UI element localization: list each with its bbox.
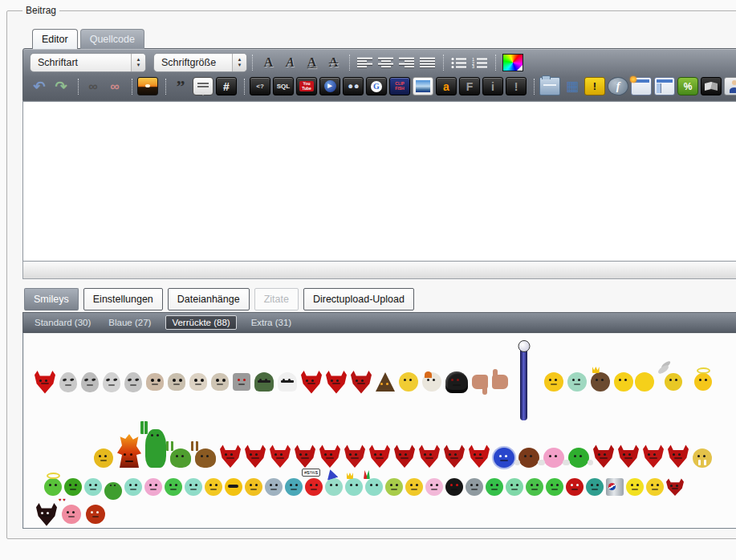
moose-smiley[interactable] — [591, 372, 610, 392]
sql-icon[interactable]: SQL — [273, 77, 294, 95]
skull-shades-smiley[interactable] — [211, 373, 229, 391]
skull-plain-smiley[interactable] — [189, 373, 207, 391]
teal-grin-2-smiley[interactable] — [124, 478, 142, 496]
teal-grin-smiley[interactable] — [84, 478, 102, 496]
alien-angry-smiley[interactable] — [81, 372, 99, 392]
underline-button[interactable]: A — [301, 54, 323, 71]
pink-blush-smiley[interactable] — [425, 478, 443, 496]
pink-buddy-smiley[interactable] — [543, 448, 564, 468]
size-select[interactable]: Schriftgröße ▲▼ — [153, 53, 247, 72]
finger-smiley-smiley[interactable] — [245, 478, 262, 496]
align-left-button[interactable] — [355, 55, 376, 71]
user-card-icon[interactable] — [724, 77, 736, 95]
popup-window-icon[interactable] — [631, 77, 652, 95]
devil-spidey-smiley[interactable] — [220, 444, 241, 468]
font-color-picker-button[interactable] — [502, 54, 523, 71]
yawn-smiley[interactable] — [646, 478, 664, 496]
info-icon[interactable]: i — [482, 77, 503, 95]
dollar-eyes-smiley[interactable] — [165, 478, 182, 496]
bullet-list-button[interactable] — [449, 55, 470, 71]
devil-shout-smiley[interactable] — [444, 444, 465, 468]
brown-buddy-smiley[interactable] — [518, 448, 539, 468]
plain-smile-smiley[interactable] — [626, 478, 644, 496]
shocked-yellow-smiley[interactable] — [405, 478, 423, 496]
green-shout-smiley[interactable] — [506, 478, 523, 496]
align-right-button[interactable] — [396, 55, 417, 71]
align-center-button[interactable] — [376, 55, 396, 71]
devil-wide-grin-smiley[interactable] — [666, 478, 684, 496]
lightsaber-smiley[interactable] — [520, 343, 527, 420]
thumbs-up-smiley-smiley[interactable] — [205, 478, 222, 496]
post-body-input[interactable] — [22, 101, 736, 262]
link-icon[interactable]: ∞ — [83, 78, 103, 95]
teal-laugh-smiley[interactable] — [185, 478, 202, 496]
bee-smiley[interactable] — [665, 373, 682, 391]
cursing-smiley[interactable]: #$!%$ — [305, 478, 323, 496]
google-icon[interactable]: G — [366, 77, 387, 95]
angel-smiley[interactable] — [694, 373, 712, 391]
smiley-pair-smiley[interactable] — [614, 372, 633, 392]
darth-vader-smiley[interactable] — [445, 371, 468, 393]
green-box-mouth-smiley[interactable] — [526, 478, 543, 496]
pepsi-can-smiley[interactable] — [606, 478, 624, 496]
amidala-smiley[interactable] — [399, 372, 418, 392]
quote-icon[interactable]: ” — [171, 78, 190, 95]
youtube-icon[interactable]: You Tube — [296, 77, 317, 95]
tab-directupload[interactable]: Directupload-Upload — [303, 288, 414, 310]
archive-folder-icon[interactable] — [539, 77, 560, 95]
layout-window-icon[interactable] — [654, 77, 675, 95]
robot-face-smiley[interactable] — [466, 478, 483, 496]
devil-tongue-smiley[interactable] — [270, 444, 291, 468]
green-buddy-smiley[interactable] — [568, 448, 589, 468]
spidey-face-smiley[interactable] — [566, 478, 584, 496]
wizard-smiley[interactable] — [325, 478, 343, 496]
alien-laugh-smiley[interactable] — [103, 372, 120, 392]
skull-dark-smiley[interactable] — [168, 373, 185, 391]
green-six-smiley[interactable] — [486, 478, 503, 496]
category-extra[interactable]: Extra (31) — [248, 316, 295, 329]
devil-laugh-smiley[interactable] — [295, 444, 315, 468]
category-blaue[interactable]: Blaue (27) — [105, 316, 154, 329]
alien-smirk-smiley[interactable] — [59, 372, 77, 392]
devil-confused-smiley[interactable]: ??? — [618, 444, 639, 468]
numbered-list-button[interactable]: 123 — [470, 55, 490, 71]
alien-big-smiley[interactable] — [124, 372, 142, 392]
strike-button[interactable]: A — [323, 54, 344, 71]
undo-icon[interactable]: ↶ — [30, 78, 49, 95]
percent-icon[interactable]: % — [677, 77, 698, 95]
teal-hugger-smiley[interactable] — [567, 372, 587, 392]
cool-sun-smiley[interactable] — [225, 478, 242, 496]
devil-horns-smiley[interactable] — [469, 444, 490, 468]
hash-icon[interactable]: # — [216, 77, 237, 95]
devil-patch-smiley[interactable] — [369, 444, 390, 468]
devil-vampire-smiley[interactable] — [643, 444, 664, 468]
unlink-icon[interactable]: ∞ — [105, 78, 124, 95]
blue-fluffy-smiley[interactable] — [494, 448, 514, 468]
book-icon[interactable] — [701, 77, 722, 95]
tab-smileys[interactable]: Smileys — [24, 288, 79, 310]
dark-stare-smiley[interactable] — [445, 478, 463, 496]
important-icon[interactable]: ! — [506, 77, 527, 95]
skull-flesh-smiley[interactable] — [146, 373, 164, 391]
tab-quellcode[interactable]: Quellcode — [80, 29, 144, 49]
warning-icon[interactable]: ! — [584, 77, 605, 95]
stormtrooper-smiley[interactable] — [278, 372, 297, 392]
jawa-smiley[interactable] — [376, 372, 395, 392]
myspace-icon[interactable]: ☻☻ — [343, 77, 364, 95]
code-icon[interactable]: <? — [250, 77, 270, 95]
redo-icon[interactable]: ↷ — [51, 78, 71, 95]
red-devil-wink-smiley[interactable] — [326, 371, 347, 394]
devil-sceptic-smiley[interactable] — [668, 444, 689, 468]
grin-smiley-smiley[interactable] — [544, 372, 563, 392]
pink-dizzy-smiley[interactable] — [144, 478, 162, 496]
brown-arms-up-smiley[interactable] — [195, 448, 216, 468]
teal-alien-face-smiley[interactable] — [586, 478, 604, 496]
format-f-icon[interactable]: F — [459, 77, 480, 95]
zombie-smiley[interactable] — [64, 478, 82, 496]
pipe-smoker-smiley[interactable] — [285, 478, 303, 496]
table-icon[interactable]: ▦ — [563, 78, 582, 95]
borg-smiley[interactable] — [233, 373, 250, 391]
italic-button[interactable]: A — [279, 54, 301, 71]
tab-dateianhaenge[interactable]: Dateianhänge — [168, 288, 250, 310]
devil-smirk-smiley[interactable] — [319, 444, 340, 468]
